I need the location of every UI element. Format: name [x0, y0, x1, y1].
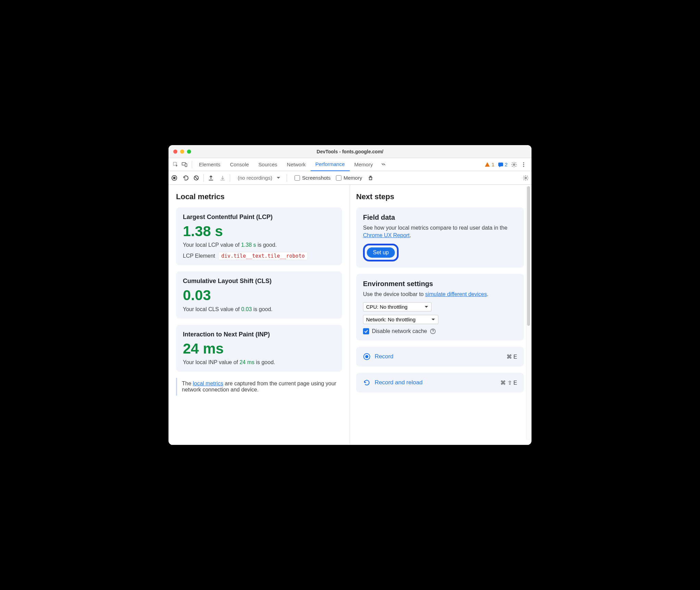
svg-point-6 — [523, 164, 524, 165]
tab-elements[interactable]: Elements — [194, 158, 225, 171]
svg-rect-2 — [185, 164, 187, 167]
clear-icon[interactable] — [193, 175, 199, 181]
record-reload-label: Record and reload — [375, 379, 496, 386]
reload-icon[interactable] — [183, 175, 189, 181]
issues-count[interactable]: 2 — [498, 162, 508, 167]
local-metrics-heading: Local metrics — [176, 192, 342, 201]
cls-card: Cumulative Layout Shift (CLS) 0.03 Your … — [176, 271, 342, 318]
recordings-dropdown[interactable] — [276, 177, 283, 179]
tab-performance[interactable]: Performance — [311, 158, 350, 171]
field-data-text-suffix: . — [410, 232, 411, 238]
lcp-element-selector[interactable]: div.tile__text.tile__roboto — [218, 252, 308, 260]
warnings-count[interactable]: 1 — [485, 162, 494, 167]
tab-network[interactable]: Network — [282, 158, 311, 171]
zoom-window-button[interactable] — [187, 150, 191, 154]
record-shortcut: ⌘ E — [507, 354, 517, 360]
record-action[interactable]: Record ⌘ E — [356, 347, 524, 367]
lcp-desc-prefix: Your local LCP value of — [183, 242, 241, 248]
devtools-window: DevTools - fonts.google.com/ Elements Co… — [168, 145, 532, 445]
record-dot-icon[interactable] — [171, 175, 177, 181]
tab-memory[interactable]: Memory — [350, 158, 378, 171]
cpu-option-label: CPU: No throttling — [366, 304, 408, 310]
crux-report-link[interactable]: Chrome UX Report — [363, 232, 410, 238]
cls-desc-suffix: is good. — [252, 306, 272, 312]
inp-desc: Your local INP value of 24 ms is good. — [183, 359, 335, 365]
record-reload-action[interactable]: Record and reload ⌘ ⇧ E — [356, 373, 524, 393]
network-throttle-select[interactable]: Network: No throttling — [363, 315, 438, 324]
lcp-desc: Your local LCP value of 1.38 s is good. — [183, 242, 335, 248]
env-text-prefix: Use the device toolbar to — [363, 291, 425, 297]
field-data-text: See how your local metrics compare to re… — [363, 224, 517, 240]
disable-cache-row[interactable]: Disable network cache — [363, 328, 517, 334]
scrollbar-thumb[interactable] — [527, 186, 530, 326]
more-menu-icon[interactable] — [521, 162, 527, 168]
inp-card: Interaction to Next Paint (INP) 24 ms Yo… — [176, 325, 342, 372]
cls-desc-value: 0.03 — [241, 306, 252, 312]
disable-cache-label: Disable network cache — [372, 328, 427, 334]
svg-point-5 — [523, 162, 524, 163]
minimize-window-button[interactable] — [180, 150, 184, 154]
inp-desc-value: 24 ms — [239, 359, 254, 365]
simulate-devices-link[interactable]: simulate different devices — [425, 291, 487, 297]
settings-gear-icon[interactable] — [511, 162, 517, 168]
device-toolbar-icon[interactable] — [182, 162, 188, 168]
panel-tabs: Elements Console Sources Network Perform… — [194, 158, 391, 171]
window-controls — [168, 150, 191, 154]
recordings-label: (no recordings) — [234, 175, 274, 181]
record-circle-icon — [363, 353, 371, 360]
warnings-number: 1 — [491, 162, 494, 167]
chevron-down-icon — [424, 306, 428, 308]
env-settings-card: Environment settings Use the device tool… — [356, 274, 524, 341]
lcp-value: 1.38 s — [183, 223, 335, 240]
help-icon[interactable] — [430, 328, 436, 334]
inp-value: 24 ms — [183, 340, 335, 357]
local-metrics-link[interactable]: local metrics — [193, 381, 223, 386]
field-data-text-prefix: See how your local metrics compare to re… — [363, 225, 508, 231]
tabs-overflow-icon[interactable] — [378, 163, 391, 167]
cls-value: 0.03 — [183, 287, 335, 304]
screenshots-checkbox-input[interactable] — [295, 175, 300, 181]
separator — [230, 174, 230, 182]
lcp-title: Largest Contentful Paint (LCP) — [183, 214, 335, 221]
gc-icon[interactable] — [367, 175, 374, 181]
panel-settings-icon[interactable] — [523, 175, 529, 181]
inp-title: Interaction to Next Paint (INP) — [183, 331, 335, 338]
upload-icon[interactable] — [208, 175, 214, 181]
scrollbar-track[interactable] — [526, 186, 531, 440]
disable-cache-checkbox[interactable] — [363, 328, 369, 334]
net-option-label: Network: No throttling — [366, 317, 415, 322]
setup-button[interactable]: Set up — [367, 247, 395, 258]
issues-number: 2 — [505, 162, 508, 167]
next-steps-column: Next steps Field data See how your local… — [350, 185, 532, 445]
note-prefix: The — [182, 381, 193, 386]
env-title: Environment settings — [363, 280, 517, 288]
inspect-icon[interactable] — [173, 162, 179, 168]
lcp-element-row: LCP Element div.tile__text.tile__roboto — [183, 253, 335, 259]
inp-desc-prefix: Your local INP value of — [183, 359, 239, 365]
memory-checkbox[interactable]: Memory — [336, 175, 362, 181]
field-data-card: Field data See how your local metrics co… — [356, 207, 524, 268]
screenshots-checkbox[interactable]: Screenshots — [295, 175, 330, 181]
memory-checkbox-input[interactable] — [336, 175, 341, 181]
cls-desc: Your local CLS value of 0.03 is good. — [183, 306, 335, 312]
tab-console[interactable]: Console — [225, 158, 254, 171]
record-reload-shortcut: ⌘ ⇧ E — [500, 380, 517, 386]
lcp-desc-value: 1.38 s — [241, 242, 256, 248]
titlebar: DevTools - fonts.google.com/ — [168, 145, 532, 158]
reload-circle-icon — [363, 379, 371, 386]
tab-sources[interactable]: Sources — [254, 158, 282, 171]
chevron-down-icon — [431, 318, 435, 321]
cpu-throttle-select[interactable]: CPU: No throttling — [363, 302, 432, 311]
lcp-element-label: LCP Element — [183, 253, 215, 259]
next-steps-heading: Next steps — [356, 192, 524, 201]
env-text-suffix: . — [487, 291, 488, 297]
field-data-title: Field data — [363, 214, 517, 221]
download-icon[interactable] — [220, 175, 226, 181]
svg-point-4 — [513, 164, 515, 165]
lcp-card: Largest Contentful Paint (LCP) 1.38 s Yo… — [176, 207, 342, 265]
screenshots-label: Screenshots — [302, 175, 330, 181]
env-text: Use the device toolbar to simulate diffe… — [363, 291, 517, 298]
inp-desc-suffix: is good. — [254, 359, 275, 365]
svg-point-14 — [365, 355, 368, 358]
close-window-button[interactable] — [173, 150, 177, 154]
